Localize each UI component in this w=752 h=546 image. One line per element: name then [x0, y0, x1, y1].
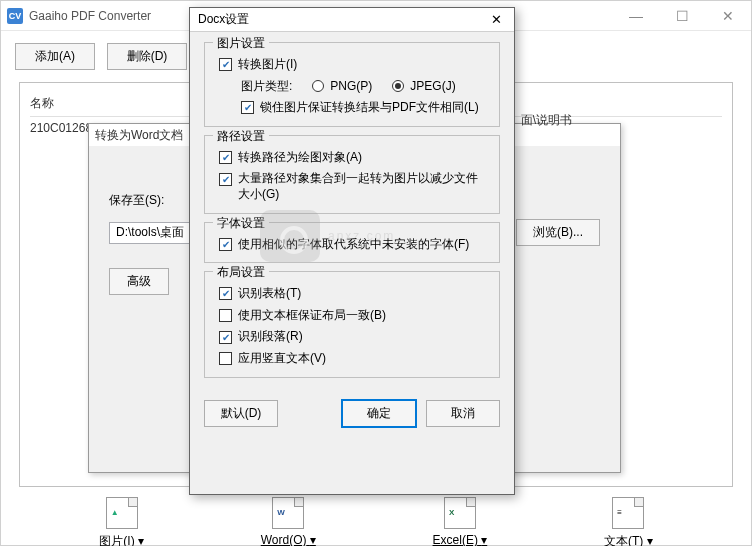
- paragraphs-checkbox[interactable]: [219, 331, 232, 344]
- similar-fonts-label: 使用相似的字体取代系统中未安装的字体(F): [238, 237, 469, 253]
- text-file-icon: ≡: [612, 497, 644, 529]
- vertical-text-label: 应用竖直文本(V): [238, 351, 326, 367]
- convert-path-checkbox[interactable]: [219, 151, 232, 164]
- tables-checkbox[interactable]: [219, 287, 232, 300]
- png-label: PNG(P): [330, 79, 372, 95]
- add-button[interactable]: 添加(A): [15, 43, 95, 70]
- ok-button[interactable]: 确定: [342, 400, 416, 427]
- lock-images-checkbox[interactable]: [241, 101, 254, 114]
- vertical-text-checkbox[interactable]: [219, 352, 232, 365]
- image-settings-group: 图片设置 转换图片(I) 图片类型: PNG(P) JPEG(J) 锁住图片保证…: [204, 42, 500, 127]
- convert-path-label: 转换路径为绘图对象(A): [238, 150, 362, 166]
- docx-settings-dialog: Docx设置 ✕ 图片设置 转换图片(I) 图片类型: PNG(P) JPEG(…: [189, 7, 515, 495]
- file-path-fragment: 面\说明书: [521, 112, 572, 129]
- format-excel[interactable]: X Excel(E) ▾: [433, 497, 488, 546]
- format-bar: ▲ 图片(I) ▾ W Word(O) ▾ X Excel(E) ▾ ≡ 文本(…: [1, 487, 751, 546]
- excel-file-icon: X: [444, 497, 476, 529]
- docx-dialog-title: Docx设置: [198, 11, 486, 28]
- convert-images-checkbox[interactable]: [219, 58, 232, 71]
- docx-titlebar: Docx设置 ✕: [190, 8, 514, 32]
- merge-paths-label: 大量路径对象集合到一起转为图片以减少文件大小(G): [238, 171, 489, 202]
- jpeg-radio[interactable]: [392, 80, 404, 92]
- docx-close-button[interactable]: ✕: [486, 10, 506, 30]
- browse-button[interactable]: 浏览(B)...: [516, 219, 600, 246]
- image-file-icon: ▲: [106, 497, 138, 529]
- textboxes-checkbox[interactable]: [219, 309, 232, 322]
- paragraphs-label: 识别段落(R): [238, 329, 303, 345]
- word-dialog-title: 转换为Word文档: [95, 127, 183, 144]
- jpeg-label: JPEG(J): [410, 79, 455, 95]
- convert-images-label: 转换图片(I): [238, 57, 297, 73]
- path-group-title: 路径设置: [213, 128, 269, 145]
- docx-dialog-buttons: 默认(D) 确定 取消: [190, 392, 514, 437]
- textboxes-label: 使用文本框保证布局一致(B): [238, 308, 386, 324]
- similar-fonts-checkbox[interactable]: [219, 238, 232, 251]
- layout-group-title: 布局设置: [213, 264, 269, 281]
- close-button[interactable]: ✕: [705, 1, 751, 31]
- app-icon: CV: [7, 8, 23, 24]
- image-type-label: 图片类型:: [241, 79, 292, 95]
- layout-settings-group: 布局设置 识别表格(T) 使用文本框保证布局一致(B) 识别段落(R) 应用竖直…: [204, 271, 500, 377]
- minimize-button[interactable]: —: [613, 1, 659, 31]
- cancel-button[interactable]: 取消: [426, 400, 500, 427]
- advanced-button[interactable]: 高级: [109, 268, 169, 295]
- default-button[interactable]: 默认(D): [204, 400, 278, 427]
- png-radio[interactable]: [312, 80, 324, 92]
- format-word[interactable]: W Word(O) ▾: [261, 497, 316, 546]
- lock-images-label: 锁住图片保证转换结果与PDF文件相同(L): [260, 100, 479, 116]
- font-settings-group: 字体设置 使用相似的字体取代系统中未安装的字体(F): [204, 222, 500, 264]
- merge-paths-checkbox[interactable]: [219, 173, 232, 186]
- font-group-title: 字体设置: [213, 215, 269, 232]
- path-settings-group: 路径设置 转换路径为绘图对象(A) 大量路径对象集合到一起转为图片以减少文件大小…: [204, 135, 500, 214]
- maximize-button[interactable]: ☐: [659, 1, 705, 31]
- docx-body: 图片设置 转换图片(I) 图片类型: PNG(P) JPEG(J) 锁住图片保证…: [190, 32, 514, 392]
- window-controls: — ☐ ✕: [613, 1, 751, 31]
- tables-label: 识别表格(T): [238, 286, 301, 302]
- save-to-label: 保存至(S):: [109, 192, 164, 209]
- format-image[interactable]: ▲ 图片(I) ▾: [99, 497, 144, 546]
- format-text[interactable]: ≡ 文本(T) ▾: [604, 497, 653, 546]
- delete-button[interactable]: 删除(D): [107, 43, 187, 70]
- image-group-title: 图片设置: [213, 35, 269, 52]
- word-file-icon: W: [272, 497, 304, 529]
